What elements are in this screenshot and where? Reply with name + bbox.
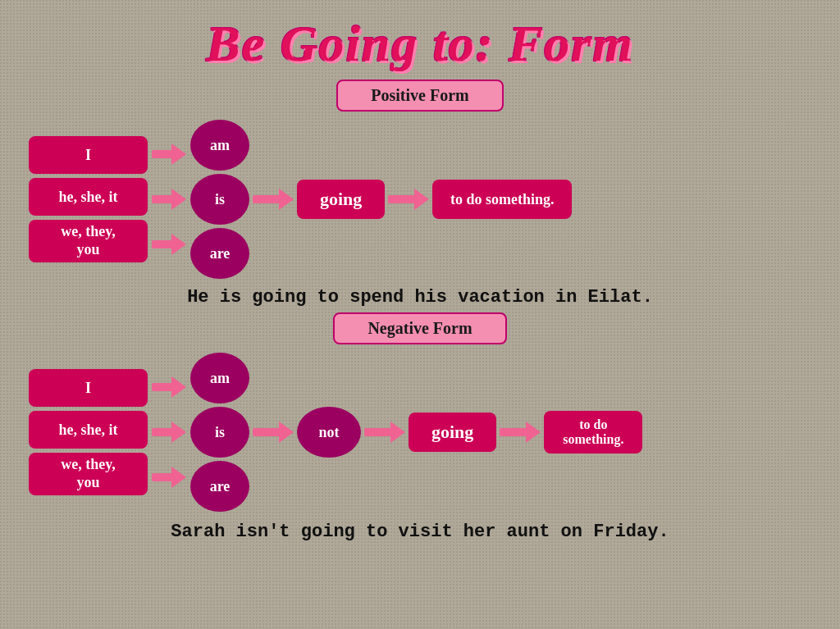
subject-i-negative: I bbox=[29, 369, 148, 407]
arrow-1-positive bbox=[152, 144, 186, 165]
subject-wethey-negative: we, they, you bbox=[29, 453, 148, 495]
arrow-to-todo-positive bbox=[386, 189, 431, 210]
negative-verbs: am is are bbox=[190, 353, 249, 512]
arrow-3-positive bbox=[152, 234, 186, 255]
negative-form-label: Negative Form bbox=[333, 312, 506, 344]
verb-are-negative: are bbox=[190, 461, 249, 512]
verb-am-positive: am bbox=[190, 120, 249, 171]
verb-are-positive: are bbox=[190, 228, 249, 279]
verb-am-negative: am bbox=[190, 353, 249, 403]
verb-is-negative: is bbox=[190, 407, 249, 458]
positive-arrows-left bbox=[150, 139, 188, 260]
going-box-negative: going bbox=[409, 412, 496, 452]
arrow-1-negative bbox=[152, 376, 186, 398]
arrow-3-negative bbox=[152, 467, 186, 488]
subject-hesheit-negative: he, she, it bbox=[29, 411, 148, 449]
positive-form-label: Positive Form bbox=[336, 80, 503, 112]
page-title: Be Going to: Form bbox=[16, 0, 824, 73]
arrow-to-not bbox=[251, 422, 295, 443]
arrow-to-going-negative bbox=[363, 422, 407, 443]
subject-i-positive: I bbox=[29, 136, 148, 174]
negative-example: Sarah isn't going to visit her aunt on F… bbox=[16, 522, 824, 542]
negative-arrows-left bbox=[150, 371, 188, 493]
positive-example: He is going to spend his vacation in Eil… bbox=[16, 287, 824, 308]
not-box: not bbox=[297, 407, 361, 458]
arrow-2-negative bbox=[152, 422, 186, 443]
going-box-positive: going bbox=[297, 180, 385, 219]
arrow-to-todo-negative bbox=[498, 422, 542, 443]
todo-box-positive: to do something. bbox=[432, 180, 572, 219]
verb-is-positive: is bbox=[190, 174, 249, 225]
todo-box-negative: to do something. bbox=[544, 411, 642, 454]
subject-hesheit-positive: he, she, it bbox=[29, 178, 148, 216]
positive-subjects: I he, she, it we, they, you bbox=[29, 136, 148, 262]
arrow-2-positive bbox=[152, 189, 186, 210]
subject-wethey-positive: we, they, you bbox=[29, 220, 148, 262]
arrow-to-going-positive bbox=[251, 189, 295, 210]
positive-verbs: am is are bbox=[190, 120, 249, 279]
negative-subjects: I he, she, it we, they, you bbox=[29, 369, 148, 495]
